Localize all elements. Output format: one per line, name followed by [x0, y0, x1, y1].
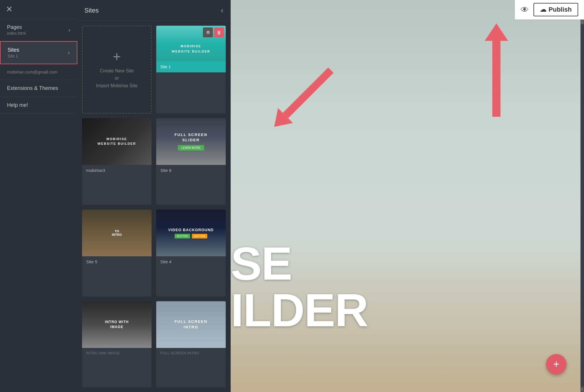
site5-label: Site 5 [82, 256, 152, 267]
mobirise3-thumbnail: MOBIRISEWEBSITE BUILDER [82, 118, 152, 165]
create-new-site-card[interactable]: + Create New Site or Import Mobirise Sit… [82, 26, 152, 114]
create-plus-icon: + [113, 50, 121, 64]
sites-panel-title: Sites [84, 7, 99, 14]
intro-image-thumbnail: INTRO WITHIMAGE [82, 301, 152, 348]
site6-label: Site 6 [156, 165, 226, 176]
site-card-site5[interactable]: THINTRO Site 5 [82, 210, 152, 297]
close-button[interactable]: ✕ [6, 5, 13, 13]
site1-thumbnail: MOBIRISEWEBSITE BUILDER ⚙ 🗑 Site 1 [156, 26, 226, 72]
arrow-up-right-decoration [485, 23, 508, 117]
site6-thumb-text: FULL SCREENSLIDER [175, 132, 208, 143]
preview-icon[interactable]: 👁 [521, 5, 529, 15]
fab-add-button[interactable]: + [546, 354, 566, 374]
sidebar-item-extensions[interactable]: Extensions & Themes [0, 80, 77, 97]
intro-image-label: INTRO With IMAGE [82, 348, 152, 358]
publish-label: Publish [549, 6, 572, 13]
main-canvas: 👁 ☁ Publish SE ILDER + [231, 0, 584, 392]
site-card-site6[interactable]: FULL SCREENSLIDER LEARN MORE Site 6 [156, 118, 226, 205]
user-email: mobirise.com@gmail.com [0, 64, 77, 80]
chevron-right-icon: › [68, 27, 70, 33]
create-card-label: Create New Site or Import Mobirise Site [96, 67, 138, 90]
site4-thumbnail: VIDEO BACKGROUND BUTTON BUTTON [156, 210, 226, 256]
hero-line1: SE [231, 240, 368, 287]
sites-grid: + Create New Site or Import Mobirise Sit… [77, 21, 230, 392]
site5-thumbnail: THINTRO [82, 210, 152, 256]
site-card-site4[interactable]: VIDEO BACKGROUND BUTTON BUTTON Site 4 [156, 210, 226, 297]
sidebar-pages-sub: index.html [7, 31, 26, 36]
arrow-shaft [492, 41, 500, 117]
sidebar-item-pages[interactable]: Pages index.html › [0, 19, 77, 41]
publish-button[interactable]: ☁ Publish [533, 3, 578, 16]
sidebar-item-sites[interactable]: Sites Site 1 › [0, 41, 77, 64]
site-card-intro-image[interactable]: INTRO WITHIMAGE INTRO With IMAGE [82, 301, 152, 388]
site-card-site1[interactable]: MOBIRISEWEBSITE BUILDER ⚙ 🗑 Site 1 [156, 26, 226, 114]
sidebar-nav: Pages index.html › Sites Site 1 › mobiri… [0, 19, 77, 392]
arrow-shaft-2 [283, 67, 333, 118]
sites-panel-header: Sites ‹ [77, 0, 230, 21]
sidebar-header: ✕ [0, 0, 77, 19]
sidebar-sites-label: Sites [8, 47, 19, 53]
hero-text: SE ILDER [231, 240, 368, 334]
sites-panel: Sites ‹ + Create New Site or Import Mobi… [77, 0, 231, 392]
site6-thumbnail: FULL SCREENSLIDER LEARN MORE [156, 118, 226, 165]
chevron-right-icon-sites: › [68, 49, 70, 56]
site1-overlay-text: Site 1 [160, 65, 171, 69]
sidebar-pages-label: Pages [7, 24, 26, 30]
site1-settings-button[interactable]: ⚙ [203, 27, 213, 37]
sidebar-item-help[interactable]: Help me! [0, 97, 77, 114]
site4-label: Site 4 [156, 256, 226, 267]
mobirise3-label: mobirise3 [82, 165, 152, 176]
site5-thumb-text: THINTRO [112, 229, 122, 236]
intro-image-thumb-text: INTRO WITHIMAGE [105, 320, 128, 330]
arrow-head-icon [485, 23, 508, 41]
sidebar-sites-sub: Site 1 [8, 54, 19, 58]
site-card-mobirise3[interactable]: MOBIRISEWEBSITE BUILDER mobirise3 [82, 118, 152, 205]
site-card-full-intro[interactable]: FULL SCREENINTRO FULL SCREEN INTRO [156, 301, 226, 388]
site1-thumb-text: MOBIRISEWEBSITE BUILDER [172, 44, 210, 54]
site4-thumb-text: VIDEO BACKGROUND [168, 228, 213, 232]
hero-line2: ILDER [231, 287, 368, 334]
full-intro-thumbnail: FULL SCREENINTRO [156, 301, 226, 348]
full-intro-label: FULL SCREEN INTRO [156, 348, 226, 358]
site1-delete-button[interactable]: 🗑 [214, 27, 224, 37]
main-topbar: 👁 ☁ Publish [515, 0, 584, 20]
mobirise3-thumb-text: MOBIRISEWEBSITE BUILDER [98, 137, 136, 146]
sites-panel-close-button[interactable]: ‹ [221, 6, 223, 15]
cloud-upload-icon: ☁ [540, 6, 546, 13]
arrow-down-left-decoration [267, 63, 338, 134]
sidebar: ✕ Pages index.html › Sites Site 1 › mobi… [0, 0, 77, 392]
full-intro-thumb-text: FULL SCREENINTRO [175, 319, 208, 330]
